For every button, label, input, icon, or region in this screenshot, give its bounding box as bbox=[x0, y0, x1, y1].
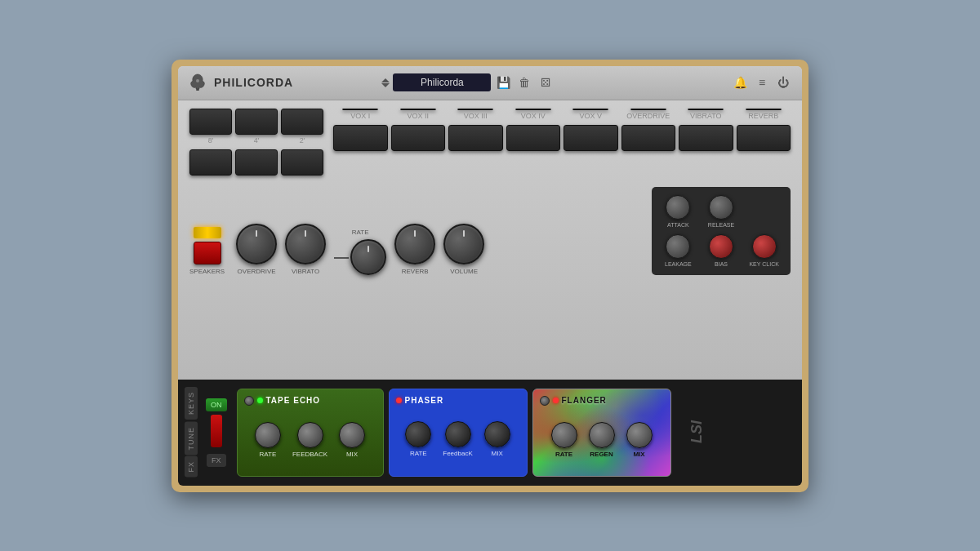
preset-nav[interactable] bbox=[381, 78, 390, 87]
btn-4ft[interactable] bbox=[235, 109, 278, 135]
tab-keys[interactable]: KEYS bbox=[185, 387, 198, 420]
vibrato-knob[interactable] bbox=[285, 224, 326, 264]
tape-echo-feedback-group: FEEDBACK bbox=[292, 422, 327, 458]
btn-8ft[interactable] bbox=[189, 109, 232, 135]
button-rows-section: 8' 4' 2' bbox=[178, 100, 802, 180]
btn-vox5[interactable] bbox=[572, 109, 608, 110]
power-button[interactable]: ⏻ bbox=[774, 73, 792, 91]
fx-button[interactable]: FX bbox=[207, 454, 226, 467]
label-vibrato-btn: VIBRATO bbox=[690, 112, 722, 120]
speaker-section: SPEAKERS bbox=[189, 227, 225, 275]
on-button[interactable]: ON bbox=[206, 398, 227, 411]
phaser-rate-knob[interactable] bbox=[405, 421, 431, 447]
label-2ft: 2' bbox=[300, 136, 305, 144]
side-tabs: KEYS TUNE FX bbox=[185, 387, 198, 477]
release-knob[interactable] bbox=[709, 195, 733, 220]
flanger-unit: FLANGER RATE REGEN MIX bbox=[532, 389, 671, 477]
btn-overdrive[interactable] bbox=[630, 109, 666, 110]
save-button[interactable]: 💾 bbox=[494, 73, 512, 91]
flanger-mix-knob[interactable] bbox=[626, 422, 653, 448]
label-reverb-btn: REVERB bbox=[748, 112, 778, 120]
btn-right-2-3[interactable] bbox=[448, 125, 503, 151]
btn-reverb[interactable] bbox=[746, 109, 782, 110]
reverb-knob[interactable] bbox=[394, 224, 435, 264]
overdrive-knob[interactable] bbox=[236, 224, 277, 264]
right-button-group: VOX I VOX II VOX III VOX IV bbox=[333, 109, 791, 176]
preset-up-icon[interactable] bbox=[381, 78, 390, 82]
btn-right-2-1[interactable] bbox=[333, 125, 388, 151]
flanger-rate-label: RATE bbox=[555, 451, 572, 458]
bias-label: BIAS bbox=[715, 261, 728, 267]
random-button[interactable]: ⚄ bbox=[537, 73, 555, 91]
on-toggle[interactable] bbox=[211, 415, 222, 447]
speaker-button[interactable] bbox=[194, 242, 221, 264]
tab-fx[interactable]: FX bbox=[185, 456, 198, 478]
phaser-rate-group: RATE bbox=[405, 421, 431, 457]
key-click-knob-group: KEY CLICK bbox=[746, 234, 782, 267]
flanger-regen-knob[interactable] bbox=[589, 422, 615, 448]
menu-button[interactable]: ≡ bbox=[753, 73, 771, 91]
btn-right-2-4[interactable] bbox=[506, 125, 561, 151]
rate-indicator bbox=[334, 257, 349, 259]
btn-right-2-8[interactable] bbox=[737, 125, 791, 151]
tape-echo-mix-group: MIX bbox=[339, 422, 365, 458]
btn-left-2-1[interactable] bbox=[189, 149, 232, 176]
bell-button[interactable]: 🔔 bbox=[732, 73, 750, 91]
flanger-mix-group: MIX bbox=[626, 422, 653, 458]
btn-vox3[interactable] bbox=[457, 109, 493, 110]
btn-right-2-7[interactable] bbox=[679, 125, 733, 151]
btn-right-2-2[interactable] bbox=[391, 125, 446, 151]
speakers-label: SPEAKERS bbox=[189, 268, 225, 275]
header-right: 🔔 ≡ ⏻ bbox=[732, 73, 792, 91]
logo-icon bbox=[188, 73, 207, 92]
attack-knob[interactable] bbox=[666, 195, 690, 220]
btn-vox2[interactable] bbox=[400, 109, 436, 110]
phaser-knobs: RATE FeedbacK MIX bbox=[396, 410, 520, 469]
tape-echo-rate-knob[interactable] bbox=[255, 422, 281, 448]
rate-label: RATE bbox=[352, 229, 369, 236]
bias-knob-group: BIAS bbox=[703, 234, 740, 267]
phaser-unit: PHASER RATE FeedbacK MIX bbox=[389, 389, 528, 477]
label-8ft: 8' bbox=[208, 136, 214, 144]
btn-right-2-6[interactable] bbox=[621, 125, 676, 151]
btn-vibrato[interactable] bbox=[688, 109, 724, 110]
tape-echo-led bbox=[257, 398, 263, 403]
bottom-panel: KEYS TUNE FX ON FX TAPE ECHO bbox=[178, 380, 802, 486]
flanger-knobs: RATE REGEN MIX bbox=[540, 411, 664, 469]
svg-point-0 bbox=[196, 79, 199, 82]
phaser-rate-label: RATE bbox=[410, 450, 427, 457]
tape-echo-reel-icon bbox=[244, 396, 254, 406]
flanger-mix-label: MIX bbox=[633, 451, 644, 458]
btn-vox1[interactable] bbox=[342, 109, 378, 110]
leakage-knob[interactable] bbox=[666, 234, 690, 259]
phaser-feedback-knob[interactable] bbox=[445, 421, 471, 447]
key-click-label: KEY CLICK bbox=[749, 261, 778, 267]
tape-echo-mix-knob[interactable] bbox=[339, 422, 365, 448]
volume-knob[interactable] bbox=[443, 224, 484, 264]
rate-knob[interactable] bbox=[350, 239, 386, 275]
btn-2ft[interactable] bbox=[281, 109, 323, 135]
bias-knob[interactable] bbox=[709, 234, 733, 259]
header-bar: PHILICORDA Philicorda 💾 🗑 ⚄ 🔔 ≡ ⏻ bbox=[178, 66, 802, 100]
right-button-row-1: VOX I VOX II VOX III VOX IV bbox=[333, 109, 791, 120]
phaser-mix-knob[interactable] bbox=[484, 421, 510, 447]
btn-left-2-2[interactable] bbox=[235, 149, 278, 176]
left-button-group: 8' 4' 2' bbox=[189, 109, 323, 176]
tab-tune[interactable]: TUNE bbox=[185, 422, 198, 455]
key-click-knob[interactable] bbox=[752, 234, 777, 259]
preset-down-icon[interactable] bbox=[381, 83, 390, 87]
flanger-rate-knob[interactable] bbox=[551, 422, 577, 448]
btn-right-2-5[interactable] bbox=[564, 125, 618, 151]
tape-echo-header: TAPE ECHO bbox=[244, 396, 376, 406]
preset-name[interactable]: Philicorda bbox=[393, 73, 491, 91]
btn-left-2-3[interactable] bbox=[281, 149, 323, 176]
flanger-rate-group: RATE bbox=[551, 422, 577, 458]
app-title: PHILICORDA bbox=[214, 76, 293, 89]
label-vox5: VOX V bbox=[579, 112, 602, 120]
tape-echo-feedback-knob[interactable] bbox=[297, 422, 323, 448]
vibrato-label: VIBRATO bbox=[292, 268, 319, 275]
delete-button[interactable]: 🗑 bbox=[515, 73, 533, 91]
instrument-frame: PHILICORDA Philicorda 💾 🗑 ⚄ 🔔 ≡ ⏻ bbox=[172, 60, 808, 492]
controls-section: SPEAKERS OVERDRIVE VIBRATO RATE bbox=[178, 180, 802, 283]
btn-vox4[interactable] bbox=[515, 109, 551, 110]
